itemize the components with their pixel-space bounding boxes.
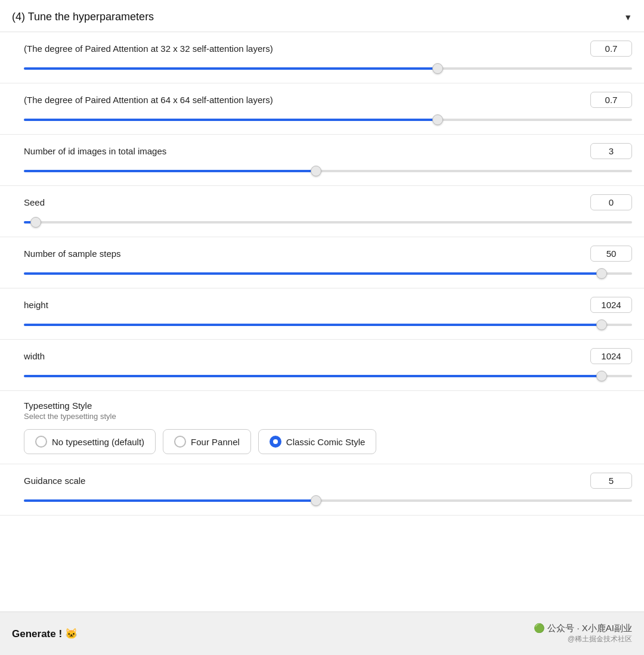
guidance-scale-row: Guidance scale 5: [0, 464, 644, 516]
param-label-seed: Seed: [24, 197, 45, 207]
section-title: (4) Tune the hyperparameters: [12, 11, 154, 23]
param-slider-paired_64[interactable]: [24, 114, 632, 126]
param-value-paired_32[interactable]: 0.7: [590, 41, 632, 57]
param-slider-id_images[interactable]: [24, 165, 632, 177]
radio-option-no_typesetting[interactable]: No typesetting (default): [24, 429, 156, 454]
param-row-sample_steps: Number of sample steps 50: [0, 237, 644, 288]
param-value-width[interactable]: 1024: [590, 348, 632, 364]
param-slider-seed[interactable]: [24, 216, 632, 228]
param-rows-container: (The degree of Paired Attention at 32 x …: [0, 32, 644, 391]
guidance-scale-slider[interactable]: [24, 495, 632, 507]
param-label-paired_64: (The degree of Paired Attention at 64 x …: [24, 95, 273, 105]
param-label-id_images: Number of id images in total images: [24, 146, 166, 156]
footer-brand: 🟢 公众号 · X小鹿AI副业 @稀土掘金技术社区: [534, 623, 632, 644]
param-label-height: height: [24, 300, 48, 310]
main-content: (4) Tune the hyperparameters ▼ (The degr…: [0, 0, 644, 611]
generate-button[interactable]: Generate ! 🐱: [12, 628, 78, 640]
param-row-seed: Seed 0: [0, 186, 644, 237]
param-row-id_images: Number of id images in total images 3: [0, 135, 644, 186]
param-value-id_images[interactable]: 3: [590, 143, 632, 159]
typesetting-title: Typesetting Style: [24, 401, 632, 411]
param-slider-paired_32[interactable]: [24, 63, 632, 74]
guidance-scale-label: Guidance scale: [24, 476, 85, 486]
radio-label-four_pannel: Four Pannel: [191, 437, 240, 447]
footer: Generate ! 🐱 🟢 公众号 · X小鹿AI副业 @稀土掘金技术社区: [0, 611, 644, 655]
param-value-sample_steps[interactable]: 50: [590, 246, 632, 262]
typesetting-subtitle: Select the typesetting style: [24, 412, 632, 421]
param-label-paired_32: (The degree of Paired Attention at 32 x …: [24, 44, 273, 54]
param-slider-sample_steps[interactable]: [24, 268, 632, 280]
radio-option-four_pannel[interactable]: Four Pannel: [163, 429, 251, 454]
collapse-icon[interactable]: ▼: [624, 13, 632, 22]
param-label-sample_steps: Number of sample steps: [24, 249, 121, 259]
guidance-scale-value[interactable]: 5: [590, 473, 632, 489]
radio-group: No typesetting (default) Four Pannel Cla…: [24, 429, 632, 454]
typesetting-section: Typesetting Style Select the typesetting…: [0, 391, 644, 464]
param-value-paired_64[interactable]: 0.7: [590, 92, 632, 108]
brand-main-text: 🟢 公众号 · X小鹿AI副业: [534, 623, 632, 634]
section-header: (4) Tune the hyperparameters ▼: [0, 0, 644, 32]
param-row-height: height 1024: [0, 288, 644, 340]
radio-circle-no_typesetting: [35, 436, 47, 448]
radio-option-classic_comic[interactable]: Classic Comic Style: [258, 429, 377, 454]
param-value-seed[interactable]: 0: [590, 194, 632, 210]
radio-label-no_typesetting: No typesetting (default): [52, 437, 144, 447]
param-row-width: width 1024: [0, 340, 644, 391]
param-value-height[interactable]: 1024: [590, 297, 632, 313]
radio-circle-classic_comic: [270, 436, 281, 448]
param-label-width: width: [24, 351, 45, 361]
param-row-paired_32: (The degree of Paired Attention at 32 x …: [0, 32, 644, 83]
brand-sub-text: @稀土掘金技术社区: [568, 634, 632, 644]
radio-label-classic_comic: Classic Comic Style: [286, 437, 366, 447]
param-row-paired_64: (The degree of Paired Attention at 64 x …: [0, 83, 644, 135]
param-slider-width[interactable]: [24, 370, 632, 382]
param-slider-height[interactable]: [24, 319, 632, 331]
radio-circle-four_pannel: [174, 436, 186, 448]
